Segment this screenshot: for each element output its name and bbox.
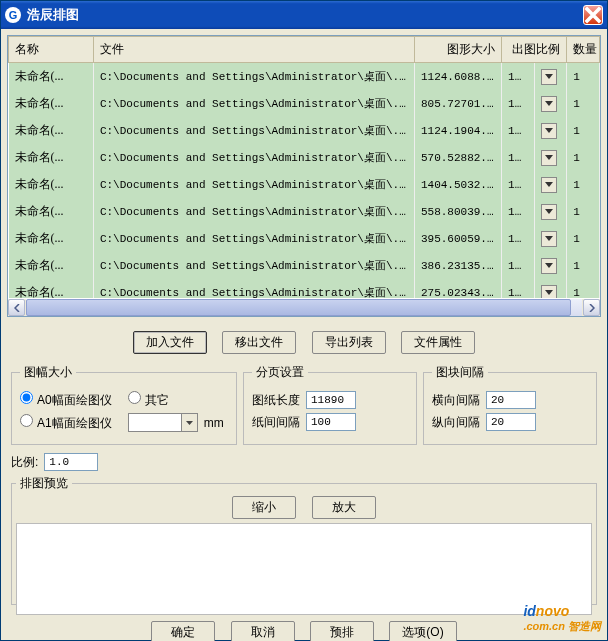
header-ratio[interactable]: 出图比例: [502, 37, 567, 63]
options-button[interactable]: 选项(O): [389, 621, 456, 641]
file-props-button[interactable]: 文件属性: [401, 331, 475, 354]
paper-size-group: 图幅大小 A0幅面绘图仪 其它 A1幅面绘图仪 mm: [11, 364, 237, 445]
h-gap-input[interactable]: [486, 391, 536, 409]
block-gap-legend: 图块间隔: [432, 364, 488, 381]
remove-file-button[interactable]: 移出文件: [222, 331, 296, 354]
zoom-out-button[interactable]: 缩小: [232, 496, 296, 519]
table-row[interactable]: 未命名(...C:\Documents and Settings\Adminis…: [9, 144, 600, 171]
paper-gap-label: 纸间间隔: [252, 414, 300, 431]
export-list-button[interactable]: 导出列表: [312, 331, 386, 354]
scroll-track[interactable]: [26, 299, 582, 316]
v-gap-input[interactable]: [486, 413, 536, 431]
ratio-dropdown-button[interactable]: [541, 231, 557, 247]
app-icon: G: [5, 7, 21, 23]
cell-size: 1404.5032...: [414, 171, 501, 198]
cell-ratio: 1.00: [502, 90, 535, 117]
cell-qty: 1: [567, 144, 600, 171]
horizontal-scrollbar[interactable]: [8, 299, 600, 316]
ratio-dropdown-button[interactable]: [541, 96, 557, 112]
h-gap-label: 横向间隔: [432, 392, 480, 409]
cell-size: 395.60059...: [414, 225, 501, 252]
chevron-down-icon[interactable]: [181, 414, 197, 431]
cell-size: 1124.1904...: [414, 117, 501, 144]
cell-size: 805.72701...: [414, 90, 501, 117]
cell-name: 未命名(...: [9, 63, 94, 91]
cell-ratio: 1.00: [502, 252, 535, 279]
cell-qty: 1: [567, 90, 600, 117]
cell-ratio: 1.00: [502, 198, 535, 225]
cell-file: C:\Documents and Settings\Administrator\…: [93, 198, 414, 225]
cell-file: C:\Documents and Settings\Administrator\…: [93, 225, 414, 252]
header-size[interactable]: 图形大小: [414, 37, 501, 63]
cell-name: 未命名(...: [9, 198, 94, 225]
cell-name: 未命名(...: [9, 171, 94, 198]
cell-file: C:\Documents and Settings\Administrator\…: [93, 279, 414, 298]
cell-qty: 1: [567, 117, 600, 144]
a1-radio-label[interactable]: A1幅面绘图仪: [20, 414, 112, 432]
table-row[interactable]: 未命名(...C:\Documents and Settings\Adminis…: [9, 198, 600, 225]
cell-name: 未命名(...: [9, 252, 94, 279]
scroll-thumb[interactable]: [26, 299, 571, 316]
cell-ratio: 1.00: [502, 117, 535, 144]
ratio-dropdown-button[interactable]: [541, 258, 557, 274]
cell-file: C:\Documents and Settings\Administrator\…: [93, 171, 414, 198]
header-qty[interactable]: 数量: [567, 37, 600, 63]
page-settings-legend: 分页设置: [252, 364, 308, 381]
ratio-dropdown-button[interactable]: [541, 177, 557, 193]
paper-gap-input[interactable]: [306, 413, 356, 431]
table-row[interactable]: 未命名(...C:\Documents and Settings\Adminis…: [9, 252, 600, 279]
table-row[interactable]: 未命名(...C:\Documents and Settings\Adminis…: [9, 279, 600, 298]
main-window: G 浩辰排图 名称 文件 图形大小 出图比例 数量: [0, 0, 608, 641]
table-row[interactable]: 未命名(...C:\Documents and Settings\Adminis…: [9, 63, 600, 91]
a0-radio-label[interactable]: A0幅面绘图仪: [20, 391, 112, 409]
ratio-dropdown-button[interactable]: [541, 69, 557, 85]
zoom-in-button[interactable]: 放大: [312, 496, 376, 519]
add-file-button[interactable]: 加入文件: [133, 331, 207, 354]
ratio-dropdown-button[interactable]: [541, 150, 557, 166]
cell-size: 570.52882...: [414, 144, 501, 171]
header-name[interactable]: 名称: [9, 37, 94, 63]
table-row[interactable]: 未命名(...C:\Documents and Settings\Adminis…: [9, 225, 600, 252]
cell-size: 558.80039...: [414, 198, 501, 225]
cell-qty: 1: [567, 171, 600, 198]
preview-area: [16, 523, 592, 615]
scroll-right-button[interactable]: [583, 299, 600, 316]
cell-file: C:\Documents and Settings\Administrator\…: [93, 144, 414, 171]
cell-ratio: 1.00: [502, 63, 535, 91]
window-title: 浩辰排图: [27, 6, 79, 24]
a1-radio[interactable]: [20, 414, 33, 427]
paper-combo[interactable]: [128, 413, 198, 432]
ratio-input[interactable]: [44, 453, 98, 471]
cell-size: 1124.6088...: [414, 63, 501, 91]
table-row[interactable]: 未命名(...C:\Documents and Settings\Adminis…: [9, 171, 600, 198]
other-radio[interactable]: [128, 391, 141, 404]
cell-ratio: 1.00: [502, 144, 535, 171]
scroll-left-button[interactable]: [8, 299, 25, 316]
cell-qty: 1: [567, 225, 600, 252]
titlebar: G 浩辰排图: [1, 1, 607, 29]
paper-length-input[interactable]: [306, 391, 356, 409]
cell-size: 275.02343...: [414, 279, 501, 298]
table-row[interactable]: 未命名(...C:\Documents and Settings\Adminis…: [9, 117, 600, 144]
cell-name: 未命名(...: [9, 144, 94, 171]
ratio-dropdown-button[interactable]: [541, 123, 557, 139]
prearrange-button[interactable]: 预排: [310, 621, 374, 641]
cell-qty: 1: [567, 63, 600, 91]
ratio-dropdown-button[interactable]: [541, 285, 557, 299]
unit-label: mm: [204, 416, 224, 430]
cell-qty: 1: [567, 198, 600, 225]
other-radio-label[interactable]: 其它: [128, 391, 169, 409]
ok-button[interactable]: 确定: [151, 621, 215, 641]
table-header-row: 名称 文件 图形大小 出图比例 数量: [9, 37, 600, 63]
cancel-button[interactable]: 取消: [231, 621, 295, 641]
paper-length-label: 图纸长度: [252, 392, 300, 409]
header-file[interactable]: 文件: [93, 37, 414, 63]
cell-name: 未命名(...: [9, 279, 94, 298]
ratio-dropdown-button[interactable]: [541, 204, 557, 220]
a0-radio[interactable]: [20, 391, 33, 404]
close-button[interactable]: [583, 5, 603, 25]
cell-name: 未命名(...: [9, 117, 94, 144]
cell-qty: 1: [567, 252, 600, 279]
table-row[interactable]: 未命名(...C:\Documents and Settings\Adminis…: [9, 90, 600, 117]
cell-qty: 1: [567, 279, 600, 298]
